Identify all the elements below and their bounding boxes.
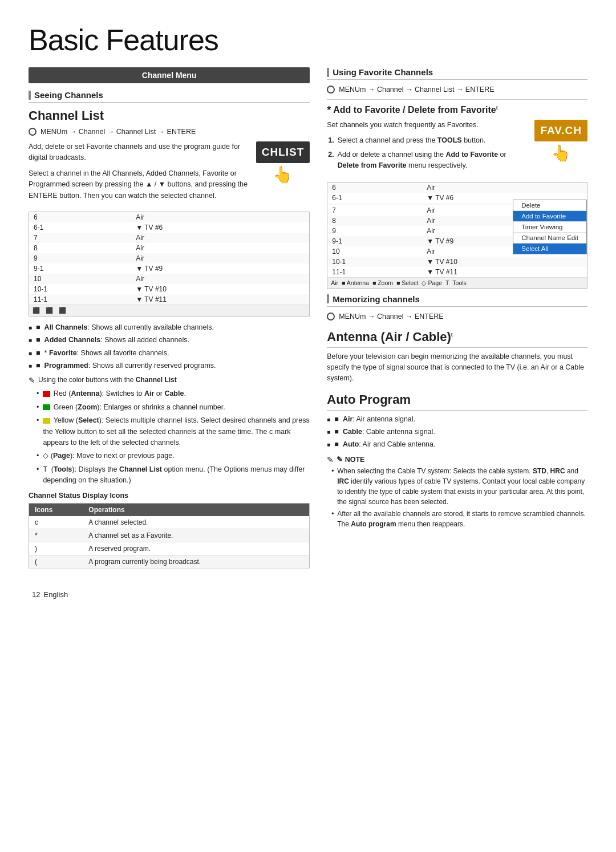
seeing-channels-heading: Seeing Channels	[29, 90, 310, 103]
table-row: * A channel set as a Favorite.	[29, 529, 310, 542]
list-item: ■Auto: Air and Cable antenna.	[327, 439, 587, 450]
table-row: 11-1▼ TV #11	[29, 294, 309, 305]
channel-list-menu-path: MENUm → Channel → Channel List → ENTERE	[29, 128, 310, 136]
pencil-note: ✎ Using the color buttons with the Chann…	[29, 376, 310, 385]
status-table: Icons Operations c A channel selected. *…	[29, 503, 310, 569]
chlist-box: Add, delete or set Favorite channels and…	[29, 141, 310, 206]
circle-icon	[29, 128, 37, 136]
channel-table-footer: ⬛⬛⬛	[29, 305, 309, 316]
table-row: 9Air	[29, 253, 309, 263]
chlist-text: Add, delete or set Favorite channels and…	[29, 141, 249, 206]
left-column: Channel Menu Seeing Channels Channel Lis…	[29, 67, 310, 601]
antenna-section: Antenna (Air / Cable)t Before your telev…	[327, 330, 587, 384]
channel-table: 6Air 6-1▼ TV #6 7Air 8Air 9Air 9-1▼ TV #…	[29, 212, 309, 305]
table-row: 6-1▼ TV #6	[29, 222, 309, 233]
note-list: When selecting the Cable TV system: Sele…	[327, 466, 587, 529]
list-item: T (Tools): Displays the Channel List opt…	[37, 464, 310, 486]
list-item: Green (Zoom): Enlarges or shrinks a chan…	[37, 402, 310, 413]
section-bar-icon	[327, 294, 329, 303]
channel-menu-bar: Channel Menu	[29, 67, 310, 83]
note-section: ✎ ✎ NOTE When selecting the Cable TV sys…	[327, 455, 587, 529]
table-row: ( A program currently being broadcast.	[29, 555, 310, 569]
chlist-body1: Add, delete or set Favorite channels and…	[29, 141, 249, 164]
color-notes-list: Red (Antenna): Switches to Air or Cable.…	[29, 388, 310, 486]
context-menu-item-delete[interactable]: Delete	[513, 200, 586, 211]
antenna-body: Before your television can begin memoriz…	[327, 351, 587, 384]
fav-table-footer: Air ■ Antenna ■ Zoom ■ Select ◇ Page T T…	[327, 277, 587, 288]
circle-icon	[327, 86, 335, 94]
superscript: t	[496, 105, 498, 111]
auto-program-bullets: ■Air: Air antenna signal. ■Cable: Cable …	[327, 414, 587, 451]
yellow-btn-icon	[43, 418, 50, 424]
list-item: 1.Select a channel and press the TOOLS b…	[328, 135, 528, 146]
asterisk-icon: *	[327, 104, 331, 116]
fav-badge-area: FAV.CH 👆	[534, 120, 587, 163]
list-item: ■All Channels: Shows all currently avail…	[29, 322, 310, 333]
fav-hand-icon: 👆	[551, 144, 571, 163]
context-menu-item-timer[interactable]: Timer Viewing	[513, 222, 586, 233]
list-item: ◇ (Page): Move to next or previous page.	[37, 451, 310, 461]
channel-list-table: 6Air 6-1▼ TV #6 7Air 8Air 9Air 9-1▼ TV #…	[29, 212, 310, 317]
using-favorite-heading: Using Favorite Channels	[327, 67, 587, 80]
list-item: Yellow (Select): Selects multiple channe…	[37, 415, 310, 448]
fav-section-header: Set channels you watch frequently as Fav…	[327, 120, 587, 176]
list-item: After all the available channels are sto…	[331, 509, 587, 529]
channel-list-bullets: ■All Channels: Shows all currently avail…	[29, 322, 310, 372]
pencil-icon: ✎	[327, 455, 334, 464]
note-title: ✎ ✎ NOTE	[327, 455, 587, 464]
right-column: Using Favorite Channels MENUm → Channel …	[327, 67, 587, 601]
table-row: 10-1▼ TV #10	[29, 284, 309, 294]
list-item: ■Cable: Cable antenna signal.	[327, 427, 587, 437]
green-btn-icon	[43, 404, 50, 410]
memorizing-menu-path: MENUm → Channel → ENTERE	[327, 313, 587, 320]
chlist-badge: CHLIST	[256, 141, 310, 163]
table-row: 6Air	[29, 212, 309, 222]
antenna-title: Antenna (Air / Cable)t	[327, 330, 587, 348]
using-favorite-menu-path: MENUm → Channel → Channel List → ENTERE	[327, 86, 587, 94]
list-item: When selecting the Cable TV system: Sele…	[331, 466, 587, 507]
add-to-favorite-heading: * Add to Favorite / Delete from Favorite…	[327, 104, 587, 116]
list-item: ■Programmed: Shows all currently reserve…	[29, 360, 310, 371]
list-item: ■Air: Air antenna signal.	[327, 414, 587, 425]
page-title: Basic Features	[29, 23, 587, 57]
table-row: 9-1▼ TV #9	[29, 263, 309, 274]
divider	[327, 99, 587, 100]
page-number: 12English	[29, 586, 310, 601]
table-row: 6Air	[327, 182, 587, 193]
table-row: 8Air	[29, 243, 309, 253]
section-bar-icon	[29, 91, 31, 100]
chlist-body2: Select a channel in the All Channels, Ad…	[29, 168, 249, 201]
table-row: 10-1▼ TV #10	[327, 257, 587, 267]
chlist-badge-area: CHLIST 👆	[256, 141, 310, 184]
memorizing-channels-heading: Memorizing channels	[327, 294, 587, 307]
fav-steps: 1.Select a channel and press the TOOLS b…	[327, 135, 528, 171]
context-menu-item-name-edit[interactable]: Channel Name Edit	[513, 233, 586, 244]
fav-channel-table-wrap: 6Air 6-1▼ TV #6 7Air 8Air 9Air 9-1▼ TV #…	[327, 182, 587, 289]
context-menu-item-select-all[interactable]: Select All	[513, 244, 586, 254]
table-row: 10Air	[29, 274, 309, 284]
antenna-superscript: t	[451, 331, 453, 337]
list-item: ■* Favorite: Shows all favorite channels…	[29, 348, 310, 359]
fav-body-text: Set channels you watch frequently as Fav…	[327, 120, 528, 131]
list-item: ■Added Channels: Shows all added channel…	[29, 335, 310, 346]
section-bar-icon	[327, 68, 329, 77]
status-table-header-ops: Operations	[83, 504, 309, 517]
table-row: ) A reserved program.	[29, 542, 310, 555]
list-item: 2.Add or delete a channel using the Add …	[328, 149, 528, 172]
channel-list-title: Channel List	[29, 108, 310, 123]
context-menu-item-add-favorite[interactable]: Add to Favorite	[513, 211, 586, 222]
fav-body: Set channels you watch frequently as Fav…	[327, 120, 528, 176]
table-row: c A channel selected.	[29, 516, 310, 529]
pencil-icon: ✎	[29, 376, 35, 385]
table-row: 7Air	[29, 233, 309, 243]
context-menu: Delete Add to Favorite Timer Viewing Cha…	[513, 200, 587, 254]
circle-icon	[327, 313, 335, 320]
red-btn-icon	[43, 391, 50, 397]
list-item: Red (Antenna): Switches to Air or Cable.	[37, 388, 310, 399]
language-label: English	[43, 590, 68, 599]
channel-status-title: Channel Status Display Icons	[29, 492, 310, 500]
status-table-header-icons: Icons	[29, 504, 83, 517]
table-row: 11-1▼ TV #11	[327, 267, 587, 277]
fav-ch-badge: FAV.CH	[534, 120, 587, 141]
auto-program-title: Auto Program	[327, 392, 587, 411]
